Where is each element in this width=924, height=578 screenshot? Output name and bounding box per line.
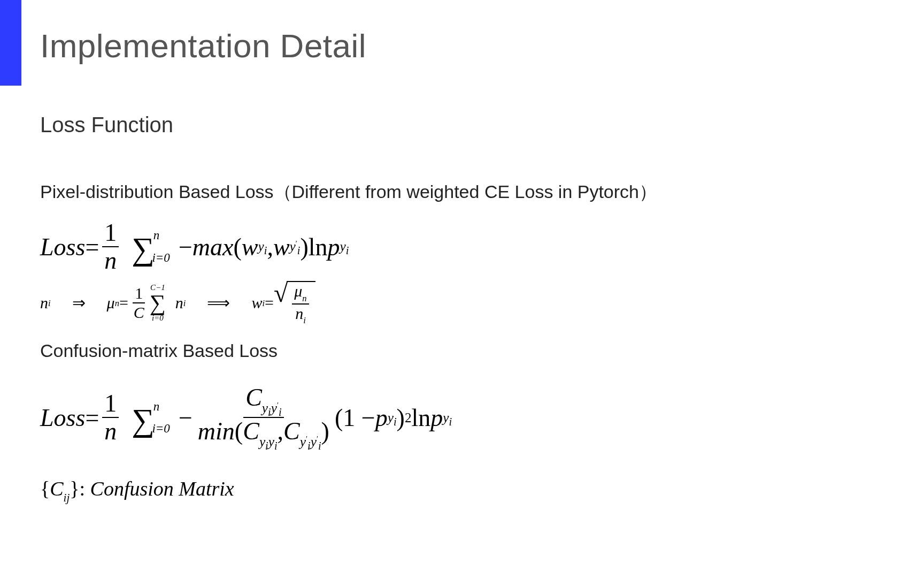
eq2-sqrt-mu: μ [294,282,302,300]
eq2-frac-den: C [132,303,147,321]
eq1-y1: y [258,239,264,254]
eq2-frac-1c: 1 C [132,285,147,321]
eq1-equals: = [85,233,99,261]
eq2-ni-n: n [40,294,48,312]
eq3-equals: = [85,404,99,432]
eq4-ij: ij [64,491,70,504]
eq1-frac-den: n [102,247,119,273]
eq3-sum-top: n [153,400,160,414]
eq2-sqrt-den: ni [293,305,308,325]
t: y [443,410,449,425]
eq3-C1-sub: yiyi [259,434,278,449]
eq4-C: C [50,477,63,500]
eq1-w2-sub: y′i [290,239,301,257]
t: i [318,440,321,452]
eq1-sum-bot: i=0 [152,251,170,265]
t: y [388,410,394,425]
subsection-2: Confusion-matrix Based Loss [40,340,924,361]
eq2-w-i: i [262,298,265,309]
eq3-p2: p [430,404,443,432]
eq1-w2: w [273,233,290,261]
t: y [262,400,268,415]
eq3-lhs: Loss [40,404,85,432]
eq3-ln: ln [412,404,431,432]
eq2-mu: μ [107,294,115,312]
eq3-p2-sub: yi [443,410,452,428]
t: i [274,440,278,452]
eq1-sum-top: n [153,229,160,242]
eq2-w: w [251,294,262,312]
eq1-minus: − [179,233,192,261]
eq3-1mp-r: ) [397,404,405,432]
subsection-1: Pixel-distribution Based Loss（Different … [40,180,924,204]
eq1-lhs: Loss [40,233,85,261]
eq1-lparen: ( [234,233,242,261]
eq2-sum: C−1 ∑ i=0 [150,284,166,322]
eq2-equals2: = [265,294,274,312]
slide: Implementation Detail Loss Function Pixe… [0,0,924,578]
eq1-pi: i [346,245,349,257]
eq2-ni-i: i [48,298,51,309]
sigma-icon: ∑ [132,402,155,439]
eq2-sqrt: √ μn ni [274,281,315,324]
eq3-comma: , [278,417,284,445]
eq1-frac-num: 1 [102,220,119,247]
eq2-sqrt-n: n [295,305,303,322]
slide-title: Implementation Detail [40,27,924,65]
eq3-frac-c: Cyiy′i min(Cyiyi,Cy′iy′i) [196,385,332,450]
eq2-sqrt-frac: μn ni [292,283,309,324]
eq3-frac-c-num: Cyiy′i [243,385,283,418]
eq3-C2-sub: y′iy′i [300,434,321,449]
t: y [271,400,277,415]
eq3-min: min [198,417,235,445]
eq2-mu-n: n [115,298,119,309]
equation-weights: ni ⇒ μn = 1 C C−1 ∑ i=0 ni ⟹ wi = √ μn n… [40,281,924,324]
eq3-C1: C [243,417,259,445]
eq3-frac-1n: 1 n [102,391,119,444]
eq3-frac-c-den: min(Cyiyi,Cy′iy′i) [196,418,332,450]
t: i [279,406,282,418]
eq4-rbrace: } [70,477,79,500]
eq4-label: Confusion Matrix [90,477,234,500]
accent-bar [0,0,21,86]
eq2-sqrt-num: μn [292,283,309,305]
sigma-icon: ∑ [132,231,155,268]
eq1-w1: w [242,233,258,261]
t: y [311,434,317,449]
sqrt-icon: √ [274,284,288,302]
eq1-max: max [192,233,234,261]
eq3-minus: − [179,404,192,432]
eq2-sum-bot: i=0 [152,314,164,322]
eq3-rp: ) [321,417,329,445]
equation-cij-def: {Cij}: Confusion Matrix [40,477,924,504]
sub1-note: （Different from weighted CE Loss in Pyto… [274,181,657,202]
eq3-frac-num: 1 [102,391,119,418]
arrow-icon: ⇒ [72,293,86,312]
eq3-frac-den: n [102,418,119,444]
section-heading: Loss Function [40,113,924,137]
eq3-Cnum-sub: yiy′i [262,400,282,415]
t: i [449,416,452,428]
eq3-Cnum: C [245,384,262,411]
eq1-comma: , [267,233,273,261]
eq3-squared: 2 [405,410,412,425]
eq1-y2: y [290,239,296,254]
eq2-sqrt-body: μn ni [287,281,315,324]
eq2-ni2-n: n [175,294,183,312]
eq2-frac-num: 1 [133,285,145,303]
eq1-p: p [328,233,340,261]
t: i [394,416,397,428]
t: y [268,434,274,449]
eq4-lbrace: { [40,477,50,500]
eq3-sum-bot: i=0 [152,422,170,436]
equation-loss-pixel: Loss = 1 n ∑ n i=0 − max ( w yi , w y′i … [40,220,924,273]
t: y [300,434,306,449]
eq3-1mp-l: (1 − [335,404,375,432]
eq3-lp: ( [235,417,243,445]
eq3-p1: p [375,404,388,432]
eq2-equals1: = [119,294,128,312]
long-arrow-icon: ⟹ [207,293,230,312]
t: y [259,434,265,449]
eq1-i2: i [297,245,301,257]
sub1-label: Pixel-distribution Based Loss [40,181,274,202]
